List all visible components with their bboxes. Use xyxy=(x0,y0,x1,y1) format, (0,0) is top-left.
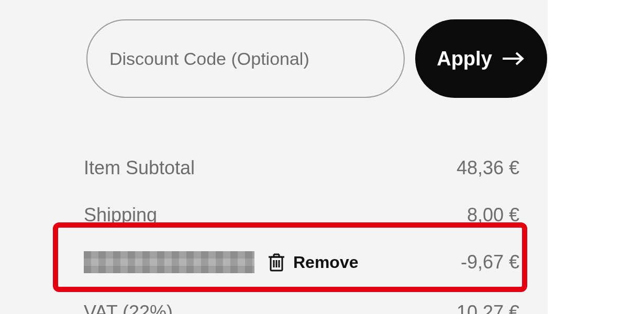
discount-code-redacted xyxy=(84,251,254,273)
discount-code-row: Apply xyxy=(86,19,547,98)
shipping-row: Shipping 8,00 € xyxy=(84,204,519,226)
trash-icon xyxy=(267,252,286,273)
apply-button[interactable]: Apply xyxy=(415,19,547,98)
discount-code-input[interactable] xyxy=(86,19,405,98)
arrow-right-icon xyxy=(502,52,526,65)
apply-button-label: Apply xyxy=(437,48,492,70)
subtotal-row: Item Subtotal 48,36 € xyxy=(84,157,519,179)
discount-amount: -9,67 € xyxy=(461,251,519,273)
subtotal-label: Item Subtotal xyxy=(84,157,195,179)
checkout-summary-panel: Apply Item Subtotal 48,36 € Shipping 8,0… xyxy=(0,0,548,314)
remove-label: Remove xyxy=(293,253,359,272)
shipping-value: 8,00 € xyxy=(467,204,519,226)
shipping-label: Shipping xyxy=(84,204,157,226)
vat-value: 10,27 € xyxy=(457,301,519,314)
remove-discount-button[interactable]: Remove xyxy=(267,252,359,273)
vat-row: VAT (22%) 10,27 € xyxy=(84,301,519,314)
vat-label: VAT (22%) xyxy=(84,301,173,314)
subtotal-value: 48,36 € xyxy=(457,157,519,179)
applied-discount-row: Remove -9,67 € xyxy=(84,251,519,273)
